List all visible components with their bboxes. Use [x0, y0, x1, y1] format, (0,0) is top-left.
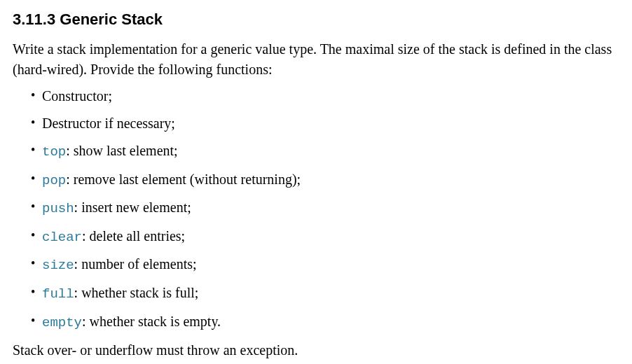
item-text: Destructor if necessary; — [42, 115, 175, 131]
list-item: Destructor if necessary; — [42, 114, 619, 133]
item-text: : whether stack is empty. — [82, 314, 221, 329]
code-token: pop — [42, 173, 66, 188]
list-item: size: number of elements; — [42, 255, 619, 275]
item-text: Constructor; — [42, 88, 112, 104]
code-token: empty — [42, 315, 82, 330]
item-text: : whether stack is full; — [74, 285, 199, 300]
intro-paragraph: Write a stack implementation for a gener… — [13, 39, 619, 80]
list-item: pop: remove last element (without return… — [42, 170, 619, 190]
item-text: : insert new element; — [74, 200, 191, 215]
list-item: push: insert new element; — [42, 198, 619, 218]
outro-paragraph: Stack over- or underflow must throw an e… — [13, 340, 619, 360]
function-list: Constructor; Destructor if necessary; to… — [13, 87, 619, 332]
code-token: push — [42, 201, 74, 216]
list-item: clear: delete all entries; — [42, 227, 619, 247]
item-text: : number of elements; — [74, 256, 197, 272]
code-token: clear — [42, 230, 82, 245]
code-token: size — [42, 258, 74, 273]
list-item: top: show last element; — [42, 141, 619, 162]
item-text: : remove last element (without returning… — [66, 172, 301, 187]
list-item: full: whether stack is full; — [42, 284, 619, 304]
list-item: empty: whether stack is empty. — [42, 312, 619, 332]
code-token: top — [42, 144, 66, 160]
code-token: full — [42, 286, 74, 302]
item-text: : delete all entries; — [82, 228, 185, 244]
item-text: : show last element; — [66, 143, 177, 158]
section-heading: 3.11.3 Generic Stack — [13, 8, 619, 31]
list-item: Constructor; — [42, 87, 619, 106]
